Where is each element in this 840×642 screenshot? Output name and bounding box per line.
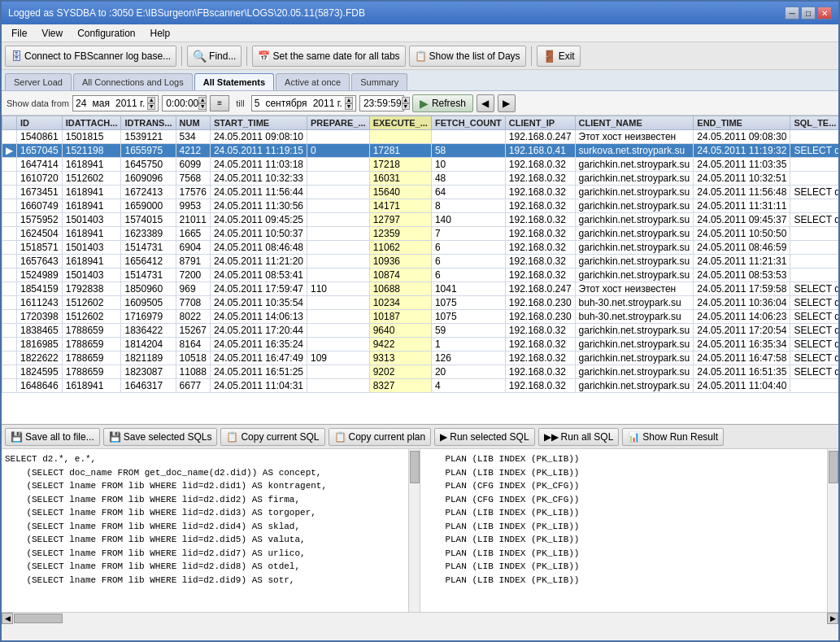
from-date-down[interactable]: ▼ (147, 103, 155, 110)
table-cell: 24.05.2011 10:35:54 (210, 296, 307, 310)
from-date-up[interactable]: ▲ (147, 97, 155, 103)
table-cell: 192.168.0.32 (505, 227, 575, 241)
tab-statements[interactable]: All Statements (194, 73, 274, 90)
table-row[interactable]: 181698517886591814204816424.05.2011 16:3… (2, 338, 839, 352)
col-sql[interactable]: SQL_TE... (790, 116, 838, 130)
menu-view[interactable]: View (35, 26, 69, 41)
table-cell: 1656412 (121, 255, 176, 269)
table-cell: 1618941 (62, 227, 121, 241)
to-time-up[interactable]: ▲ (402, 97, 410, 103)
from-time-up[interactable]: ▲ (198, 97, 207, 103)
menu-help[interactable]: Help (144, 26, 177, 41)
to-time-input[interactable]: 23:59:59 ▲ ▼ (359, 95, 404, 111)
connect-button[interactable]: 🗄 Connect to FBScanner log base... (5, 46, 176, 67)
table-cell: 1618941 (62, 255, 121, 269)
table-row[interactable]: 165764316189411656412879124.05.2011 11:2… (2, 255, 839, 269)
menu-configuration[interactable]: Configuration (71, 26, 141, 41)
table-row[interactable]: 18541591792838185096096924.05.2011 17:59… (2, 282, 839, 296)
sql-right-scroll-thumb[interactable] (829, 451, 838, 483)
table-cell: 969 (176, 282, 210, 296)
run-selected-button[interactable]: ▶ Run selected SQL (434, 428, 534, 446)
tab-summary[interactable]: Summary (351, 73, 407, 90)
from-time-input[interactable]: 0:00:00 ▲ ▼ (162, 95, 207, 111)
titlebar-buttons: ─ □ ✕ (785, 7, 832, 20)
table-row[interactable]: 164741416189411645750609924.05.2011 11:0… (2, 158, 839, 172)
table-cell: 24.05.2011 10:50:50 (694, 227, 790, 241)
hscroll-right[interactable]: ▶ (827, 613, 838, 624)
nav-back-button[interactable]: ◀ (477, 94, 494, 112)
save-all-button[interactable]: 💾 Save all to file... (5, 428, 100, 446)
col-idattach[interactable]: IDATTACH... (62, 116, 121, 130)
table-row[interactable]: 161072015126021609096756824.05.2011 10:3… (2, 172, 839, 186)
from-date-input[interactable]: 24 мая 2011 г. ▲ ▼ (72, 95, 159, 111)
sql-left-scrollbar[interactable] (408, 449, 420, 612)
table-row[interactable]: 162450416189411623389166524.05.2011 10:5… (2, 227, 839, 241)
close-button[interactable]: ✕ (817, 7, 832, 20)
tab-active[interactable]: Active at once (276, 73, 350, 90)
table-cell: garichkin.net.stroypark.su (575, 379, 694, 393)
maximize-button[interactable]: □ (801, 7, 816, 20)
sql-right-content[interactable]: PLAN (LIB INDEX (PK_LIB)) PLAN (LIB INDE… (420, 449, 827, 612)
show-list-button[interactable]: 📋 Show the list of Days (409, 46, 526, 67)
to-day: 5 (255, 98, 260, 109)
copy-sql-button[interactable]: 📋 Copy current SQL (220, 428, 324, 446)
to-time-down[interactable]: ▼ (402, 103, 410, 110)
col-prepare[interactable]: PREPARE_... (307, 116, 370, 130)
run-all-button[interactable]: ▶▶ Run all SQL (538, 428, 620, 446)
col-fetch[interactable]: FETCH_COUNT (431, 116, 505, 130)
col-id[interactable]: ID (17, 116, 63, 130)
sql-left-scroll-thumb[interactable] (410, 451, 420, 483)
sql-left-content[interactable]: SELECT d2.*, e.*, (SELECT doc_name FROM … (2, 449, 408, 612)
to-date-input[interactable]: 5 сентября 2011 г. ▲ ▼ (251, 95, 356, 111)
table-row[interactable]: 164864616189411646317667724.05.2011 11:0… (2, 379, 839, 393)
table-row[interactable]: 1824595178865918230871108824.05.2011 16:… (2, 365, 839, 379)
to-date-spinner[interactable]: ▲ ▼ (345, 97, 353, 110)
table-cell (2, 158, 17, 172)
exit-button[interactable]: 🚪 Exit (537, 46, 581, 67)
tab-connections[interactable]: All Connections and Logs (73, 73, 193, 90)
to-time-spinner[interactable]: ▲ ▼ (402, 97, 410, 110)
hscroll-left[interactable]: ◀ (2, 613, 13, 624)
save-selected-button[interactable]: 💾 Save selected SQLs (103, 428, 218, 446)
find-button[interactable]: 🔍 Find... (187, 46, 242, 67)
table-row[interactable]: ▶165704515211981655975421224.05.2011 11:… (2, 144, 839, 158)
table-row[interactable]: 15408611501815153912153424.05.2011 09:08… (2, 130, 839, 144)
set-date-button[interactable]: 📅 Set the same date for all tabs (252, 46, 405, 67)
table-row[interactable]: 1575952150140315740152101124.05.2011 09:… (2, 213, 839, 227)
col-client-name[interactable]: CLIENT_NAME (575, 116, 694, 130)
from-time-spinner[interactable]: ▲ ▼ (198, 97, 207, 110)
hscroll-thumb[interactable] (14, 614, 63, 623)
menu-file[interactable]: File (5, 26, 33, 41)
col-client-ip[interactable]: CLIENT_IP (505, 116, 575, 130)
table-row[interactable]: 151857115014031514731690424.05.2011 08:4… (2, 241, 839, 255)
show-result-button[interactable]: 📊 Show Run Result (622, 428, 724, 446)
col-execute[interactable]: EXECUTE_... (369, 116, 431, 130)
table-row[interactable]: 1838465178865918364221526724.05.2011 17:… (2, 324, 839, 338)
col-end-time[interactable]: END_TIME (694, 116, 790, 130)
col-start-time[interactable]: START_TIME (210, 116, 307, 130)
table-cell: 24.05.2011 16:35:34 (694, 338, 790, 352)
table-cell (307, 172, 370, 186)
table-row[interactable]: 152498915014031514731720024.05.2011 08:5… (2, 269, 839, 282)
tab-server-load[interactable]: Server Load (5, 73, 72, 90)
table-scroll-area[interactable]: ID IDATTACH... IDTRANS... NUM START_TIME… (2, 116, 838, 425)
horizontal-scrollbar[interactable]: ◀ ▶ (2, 612, 838, 623)
nav-forward-button[interactable]: ▶ (498, 94, 516, 112)
table-cell: 1618941 (62, 186, 121, 199)
table-row[interactable]: 1673451161894116724131757624.05.2011 11:… (2, 186, 839, 199)
to-date-down[interactable]: ▼ (345, 103, 353, 110)
from-time-down[interactable]: ▼ (198, 103, 207, 110)
col-idtrans[interactable]: IDTRANS... (121, 116, 176, 130)
from-date-spinner[interactable]: ▲ ▼ (147, 97, 155, 110)
table-row[interactable]: 166074916189411659000995324.05.2011 11:3… (2, 199, 839, 213)
sql-right-scrollbar[interactable] (827, 449, 838, 612)
minimize-button[interactable]: ─ (785, 7, 799, 20)
filter-apply-button[interactable]: ≡ (210, 95, 229, 111)
table-row[interactable]: 172039815126021716979802224.05.2011 14:0… (2, 310, 839, 324)
col-num[interactable]: NUM (176, 116, 210, 130)
table-row[interactable]: 161124315126021609505770824.05.2011 10:3… (2, 296, 839, 310)
refresh-button[interactable]: ▶ Refresh (412, 94, 473, 112)
copy-plan-button[interactable]: 📋 Copy current plan (329, 428, 432, 446)
table-row[interactable]: 1822622178865918211891051824.05.2011 16:… (2, 352, 839, 365)
to-date-up[interactable]: ▲ (345, 97, 353, 103)
